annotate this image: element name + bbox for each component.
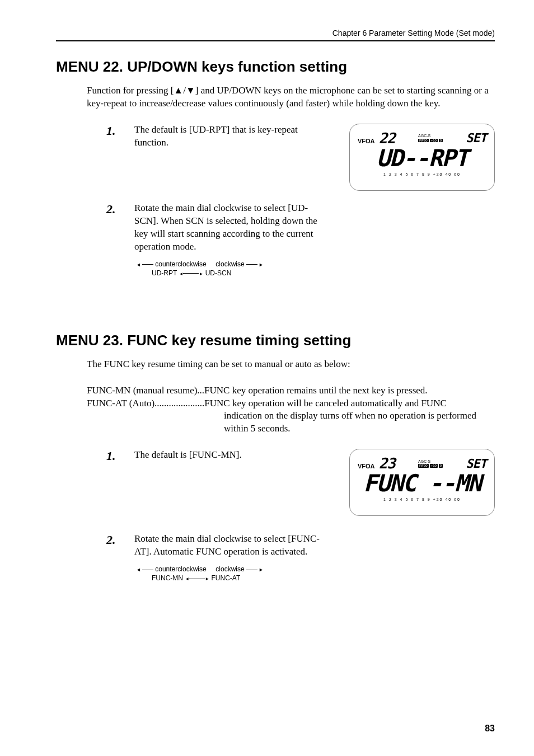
disp-main-text: UD--RPT	[358, 147, 486, 170]
step-number: 2.	[106, 533, 134, 558]
step-text: The default is [UD-RPT] that is key-repe…	[134, 124, 322, 149]
cw-label: clockwise	[216, 260, 244, 268]
plus10-icon: +10	[430, 139, 438, 143]
rotate-left-value: UD-RPT	[152, 269, 177, 277]
menu22-title: MENU 22. UP/DOWN keys function setting	[56, 58, 495, 76]
step-text: Rotate the main dial clockwise to select…	[134, 202, 322, 253]
agc-label: AGC-S	[418, 134, 430, 138]
zero-icon: 0	[439, 464, 443, 468]
step-text: The default is [FUNC-MN].	[134, 449, 242, 463]
disp-main-text: FUNC --MN	[358, 472, 486, 495]
disp-status-icons: AGC-S RF20 +10 0	[418, 134, 443, 142]
zero-icon: 0	[439, 139, 443, 143]
cw-arrow-icon	[257, 565, 264, 573]
menu23-step2: 2. Rotate the main dial clockwise to sel…	[106, 533, 495, 558]
desc2-cont1: indication on the display turns off when…	[224, 410, 495, 422]
menu22-step2: 2. Rotate the main dial clockwise to sel…	[106, 202, 495, 253]
desc1-dots: ...	[197, 384, 204, 397]
rotate-left-value: FUNC-MN	[152, 574, 183, 582]
desc2-dots: .....................	[154, 397, 204, 410]
menu23-step1: 1. The default is [FUNC-MN].	[106, 449, 332, 463]
bidir-arrow-icon	[179, 269, 203, 277]
menu23-intro: The FUNC key resume timing can be set to…	[87, 358, 495, 371]
menu23-description-block: FUNC-MN (manual resume) ... FUNC key ope…	[87, 384, 495, 436]
page-header: Chapter 6 Parameter Setting Mode (Set mo…	[56, 28, 495, 41]
agc-label: AGC-S	[418, 459, 430, 463]
ccw-arrow-icon	[136, 260, 142, 268]
disp-set: SET	[466, 131, 486, 145]
header-chapter-text: Chapter 6 Parameter Setting Mode (Set mo…	[332, 29, 495, 37]
menu22-step1-container: 1. The default is [UD-RPT] that is key-r…	[56, 124, 495, 191]
menu23-rotate-diagram: counterclockwise clockwise FUNC-MN FUNC-…	[136, 565, 495, 582]
bidir-arrow-icon	[185, 574, 209, 582]
plus10-icon: +10	[430, 464, 438, 468]
disp-vfo: VFOA	[358, 463, 375, 469]
step-text: Rotate the main dial clockwise to select…	[134, 533, 322, 558]
menu23-title: MENU 23. FUNC key resume timing setting	[56, 332, 495, 349]
step-number: 1.	[106, 124, 134, 149]
desc1-text: FUNC key operation remains until the nex…	[204, 384, 427, 397]
rf20-icon: RF20	[418, 139, 429, 143]
lcd-display-menu23: VFOA 23 AGC-S RF20 +10 0 SET FUNC --MN 1…	[349, 449, 495, 516]
page-number: 83	[485, 724, 495, 734]
step-number: 1.	[106, 449, 134, 463]
disp-vfo: VFOA	[358, 138, 375, 144]
rf20-icon: RF20	[418, 464, 429, 468]
cw-arrow-icon	[257, 260, 264, 268]
disp-scale: 1 2 3 4 5 6 7 8 9 +20 40 60	[358, 497, 486, 501]
disp-scale: 1 2 3 4 5 6 7 8 9 +20 40 60	[358, 172, 486, 176]
ccw-arrow-icon	[136, 565, 142, 573]
menu22-step1: 1. The default is [UD-RPT] that is key-r…	[106, 124, 332, 149]
menu22-intro: Function for pressing [▲/▼] and UP/DOWN …	[87, 84, 495, 110]
desc2-text: FUNC key operation will be canceled auto…	[204, 397, 446, 410]
desc2-label: FUNC-AT (Auto)	[87, 397, 154, 410]
menu23-step1-container: 1. The default is [FUNC-MN]. VFOA 23 AGC…	[56, 449, 495, 516]
disp-status-icons: AGC-S RF20 +10 0	[418, 459, 443, 468]
lcd-display-menu22: VFOA 22 AGC-S RF20 +10 0 SET UD--RPT 1 2…	[349, 124, 495, 191]
rotate-right-value: UD-SCN	[205, 269, 232, 277]
ccw-label: counterclockwise	[155, 260, 206, 268]
step-number: 2.	[106, 202, 134, 253]
disp-set: SET	[466, 457, 486, 471]
desc1-label: FUNC-MN (manual resume)	[87, 384, 197, 397]
cw-label: clockwise	[216, 565, 244, 573]
desc2-cont2: within 5 seconds.	[224, 422, 495, 435]
menu22-rotate-diagram: counterclockwise clockwise UD-RPT UD-SCN	[136, 260, 495, 277]
rotate-right-value: FUNC-AT	[212, 574, 241, 582]
ccw-label: counterclockwise	[155, 565, 206, 573]
